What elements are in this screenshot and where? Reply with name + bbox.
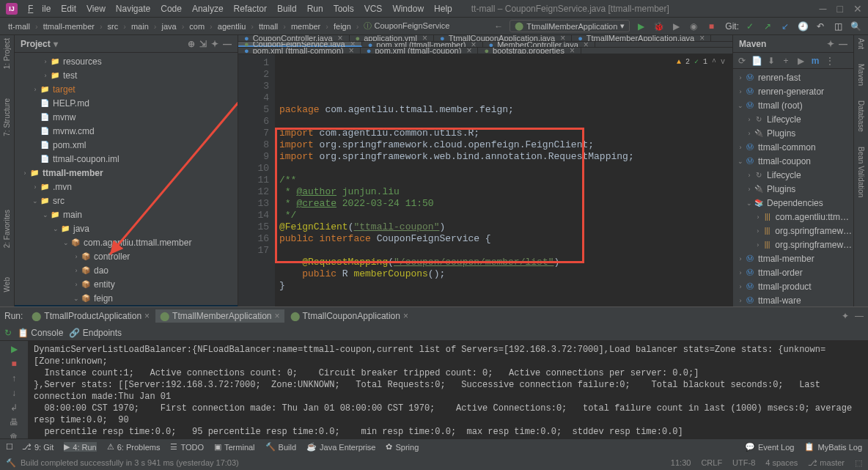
maven-download-icon[interactable]: ⬇ xyxy=(765,55,777,67)
breadcrumb-item[interactable]: ttmall-member xyxy=(41,21,97,32)
bottom-tool----problems[interactable]: ⚠6: Problems xyxy=(107,442,161,452)
editor-tab[interactable]: ●pom.xml (ttmall-common)× xyxy=(238,48,361,54)
tab-close-icon[interactable]: × xyxy=(422,35,427,42)
menu-help[interactable]: Help xyxy=(430,2,457,15)
tab-close-icon[interactable]: × xyxy=(570,48,575,54)
console-output[interactable]: DynamicServerListLoadBalancer:{NFLoadBal… xyxy=(28,341,868,438)
breadcrumb-item[interactable]: Ⓘ CouponFeignService xyxy=(361,20,452,32)
tree-item[interactable]: ›📁.mvn xyxy=(15,180,238,194)
run-tab-close-icon[interactable]: × xyxy=(275,311,280,321)
tree-item[interactable]: ⌄📦feign xyxy=(15,291,238,305)
search-icon[interactable]: 🔍 xyxy=(849,20,862,33)
menu-file[interactable]: File xyxy=(23,2,55,15)
bottom-tool----run[interactable]: ▶4: Run xyxy=(64,442,96,452)
status-item[interactable]: CRLF xyxy=(701,458,722,468)
menu-run[interactable]: Run xyxy=(303,2,328,15)
run-tab[interactable]: ⬤TtmallProductApplication× xyxy=(27,309,154,323)
bottom-tool-terminal[interactable]: ▣Terminal xyxy=(214,442,255,452)
maven-hide-icon[interactable]: — xyxy=(839,39,847,49)
tree-item[interactable]: ⌄📁src xyxy=(15,194,238,208)
coverage-icon[interactable]: ▶ xyxy=(669,20,683,33)
tree-item[interactable]: ›📦entity xyxy=(15,277,238,291)
gutter-database[interactable]: Database xyxy=(857,100,865,132)
git-update-icon[interactable]: ↙ xyxy=(779,20,792,33)
tree-item[interactable]: ›📁resources xyxy=(15,54,238,68)
maven-run-icon[interactable]: ▶ xyxy=(795,55,806,67)
editor-tab[interactable]: ●application.yml× xyxy=(350,35,434,41)
maven-toggle-icon[interactable]: ⋮ xyxy=(824,55,836,67)
breadcrumb-item[interactable]: tt-mall xyxy=(6,21,32,32)
maven-tree-item[interactable]: ›|||com.agentliu:ttmall:t xyxy=(733,210,853,224)
bottom-tool-spring[interactable]: ✿Spring xyxy=(386,442,419,452)
console-up-icon[interactable]: ↑ xyxy=(8,373,20,383)
menu-edit[interactable]: Edit xyxy=(56,2,81,15)
editor-tab[interactable]: ●CouponFeignService.java× xyxy=(238,42,362,48)
menu-code[interactable]: Code xyxy=(156,2,186,15)
stop-icon[interactable]: ■ xyxy=(705,20,718,33)
maven-add-icon[interactable]: + xyxy=(780,55,792,67)
tab-close-icon[interactable]: × xyxy=(560,35,565,42)
tree-item[interactable]: 📄mvnw xyxy=(15,110,238,124)
bottom-tool-right[interactable]: 💬Event Log xyxy=(745,442,795,452)
project-tree[interactable]: ›📁resources›📁test›📁target📄HELP.md📄mvnw📄m… xyxy=(15,53,238,306)
editor-tab[interactable]: ●pom.xml (ttmall-coupon)× xyxy=(361,48,479,54)
console-stop-icon[interactable]: ■ xyxy=(8,359,20,369)
gutter-bean[interactable]: Bean Validation xyxy=(857,147,865,197)
maven-tree-item[interactable]: ›|||org.springframework xyxy=(733,224,853,238)
editor-tab[interactable]: ●MemberController.java× xyxy=(483,42,595,48)
maven-tree-item[interactable]: ⌄Ⓜttmall (root) xyxy=(733,98,853,112)
maximize-button[interactable]: □ xyxy=(837,3,843,15)
breadcrumb-item[interactable]: main xyxy=(129,21,151,32)
git-commit-icon[interactable]: ✓ xyxy=(743,20,757,33)
tree-item[interactable]: ›📁ttmall-member xyxy=(15,166,238,180)
run-tab[interactable]: ⬤TtmallMemberApplication× xyxy=(155,309,284,323)
tree-item[interactable]: ⌄📁java xyxy=(15,221,238,235)
status-item[interactable]: 11:30 xyxy=(671,458,691,468)
maven-tree-item[interactable]: ›|||org.springframework xyxy=(733,238,853,251)
gutter-ant[interactable]: Ant xyxy=(857,38,865,49)
bottom-tool-java-enterprise[interactable]: ☕Java Enterprise xyxy=(306,442,375,452)
nav-back-icon[interactable]: ← xyxy=(492,20,505,33)
menu-tools[interactable]: Tools xyxy=(329,2,358,15)
console-wrap-icon[interactable]: ↲ xyxy=(8,403,20,413)
git-history-icon[interactable]: 🕘 xyxy=(796,20,809,33)
maven-tree-item[interactable]: ›Ⓜttmall-ware xyxy=(733,293,853,306)
maven-tree-item[interactable]: ›Ⓜrenren-generator xyxy=(733,84,853,98)
maven-reload-icon[interactable]: ⟳ xyxy=(736,55,748,67)
tree-item[interactable]: ›📦dao xyxy=(15,263,238,277)
endpoints-tab[interactable]: 🔗 Endpoints xyxy=(69,328,122,338)
tree-item[interactable]: 📄HELP.md xyxy=(15,96,238,110)
menu-navigate[interactable]: Navigate xyxy=(111,2,155,15)
status-item[interactable]: ⬚ xyxy=(855,458,862,468)
git-rollback-icon[interactable]: ↶ xyxy=(814,20,827,33)
menu-build[interactable]: Build xyxy=(273,2,301,15)
editor-tab[interactable]: ●TtmallMemberApplication.java× xyxy=(572,35,711,41)
gutter-web[interactable]: Web xyxy=(3,277,11,292)
console-down-icon[interactable]: ↓ xyxy=(8,388,20,398)
breadcrumb-item[interactable]: java xyxy=(159,21,178,32)
maven-exec-icon[interactable]: m xyxy=(809,55,821,67)
gutter-maven[interactable]: Maven xyxy=(857,64,865,86)
run-settings-icon[interactable]: ✦ xyxy=(842,311,849,321)
status-item[interactable]: ⎇ master xyxy=(808,458,845,468)
maven-tree-item[interactable]: ›Ⓜttmall-common xyxy=(733,140,853,154)
menu-view[interactable]: View xyxy=(82,2,110,15)
tab-close-icon[interactable]: × xyxy=(584,42,589,48)
maven-tree-item[interactable]: ›Ⓜttmall-product xyxy=(733,279,853,293)
maven-tree[interactable]: ›Ⓜrenren-fast›Ⓜrenren-generator⌄Ⓜttmall … xyxy=(733,69,853,306)
git-push-icon[interactable]: ↗ xyxy=(761,20,774,33)
tab-close-icon[interactable]: × xyxy=(349,48,354,54)
maven-tree-item[interactable]: ›↻Lifecycle xyxy=(733,168,853,182)
bottom-tool----git[interactable]: ⎇9: Git xyxy=(22,442,54,452)
run-rerun-icon[interactable]: ↻ xyxy=(4,328,12,338)
run-icon[interactable]: ▶ xyxy=(634,20,647,33)
ide-structure-icon[interactable]: ◫ xyxy=(831,20,845,33)
gutter-favorites[interactable]: 2: Favorites xyxy=(3,210,11,248)
editor-tab[interactable]: ●TtmallCouponApplication.java× xyxy=(434,35,572,41)
tree-item[interactable]: ›📁test xyxy=(15,68,238,82)
project-settings-icon[interactable]: ⊕ xyxy=(188,39,195,49)
maven-tree-item[interactable]: ›🔌Plugins xyxy=(733,126,853,140)
bottom-tool-todo[interactable]: ☰TODO xyxy=(170,442,204,452)
breadcrumb-item[interactable]: agentliu xyxy=(216,21,249,32)
breadcrumb-item[interactable]: ttmall xyxy=(257,21,280,32)
